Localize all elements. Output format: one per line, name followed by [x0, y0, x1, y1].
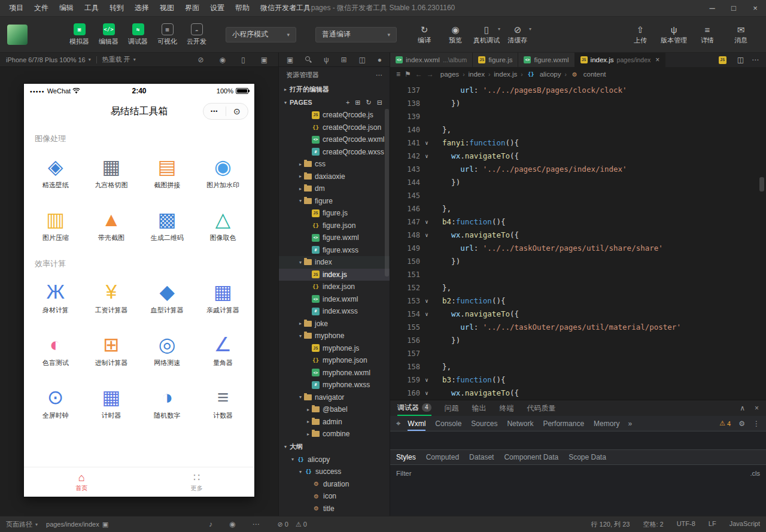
status-item[interactable]: 行 120, 列 23	[591, 520, 630, 529]
tree-folder[interactable]: ▾index	[279, 256, 390, 269]
code-line[interactable]: 148∨ wx.navigateTo({	[390, 229, 766, 242]
device-select[interactable]: iPhone 6/7/8 Plus 100% 16 ▾	[6, 56, 91, 63]
split-editor-icon[interactable]: ◫	[737, 56, 744, 64]
extensions-icon[interactable]: ⊞	[341, 56, 347, 64]
rotate-icon[interactable]: ▯	[241, 56, 245, 64]
grid-item[interactable]: Ж身材计算	[28, 270, 83, 323]
toolbar-action-button[interactable]: ψ版本管理	[658, 25, 689, 45]
editor-more-icon[interactable]: ⋯	[752, 56, 759, 64]
devtools-tab[interactable]: Performance	[543, 416, 584, 431]
debugger-tab[interactable]: 问题	[445, 400, 459, 416]
fold-icon[interactable]: ∨	[420, 308, 433, 321]
cls-button[interactable]: .cls	[750, 470, 761, 477]
code-line[interactable]: 157	[390, 347, 766, 360]
toolbar-mode-button[interactable]: ▦可视化	[154, 23, 181, 46]
capsule-more-button[interactable]: •••	[203, 108, 226, 114]
toolbar-action-button[interactable]: ⊘清缓存▾	[502, 25, 533, 45]
fold-icon[interactable]: ∨	[420, 136, 433, 150]
page-path-select[interactable]: 页面路径 ▾	[6, 520, 38, 529]
code-line[interactable]: 143 url: '../../pagesC/pages/index/index…	[390, 163, 766, 176]
menu-item[interactable]: 视图	[154, 0, 180, 16]
theme-icon[interactable]: ●	[378, 56, 382, 64]
grid-item[interactable]: ◎网络测速	[139, 323, 195, 376]
grid-item[interactable]: ¥工资计算器	[83, 270, 139, 323]
tree-file[interactable]: {}createQrcode.json	[279, 121, 390, 134]
grid-item[interactable]: ▲带壳截图	[83, 198, 139, 251]
tree-folder[interactable]: ▸dm	[279, 183, 390, 195]
tree-file[interactable]: <>index.wxml	[279, 293, 390, 306]
bookmark-icon[interactable]: ⚑	[405, 70, 411, 78]
branch-icon[interactable]: ψ	[324, 56, 329, 64]
grid-item[interactable]: ⊙全屏时钟	[28, 376, 83, 428]
outline-item[interactable]: ▾{}alicopy	[279, 454, 390, 466]
toolbar-action-button[interactable]: ▯真机调试▾	[471, 25, 502, 45]
editor-tab[interactable]: JSfigure.js	[473, 53, 518, 67]
debugger-tab[interactable]: 代码质量	[527, 400, 556, 416]
status-item[interactable]: JavaScript	[729, 520, 760, 529]
menu-item[interactable]: 文件	[29, 0, 54, 16]
code-line[interactable]: 155 url: '../../taskOuter/pages/util/mat…	[390, 321, 766, 334]
styles-panel-tab[interactable]: Computed	[426, 453, 459, 461]
code-line[interactable]: 158 },	[390, 360, 766, 373]
code-line[interactable]: 151	[390, 268, 766, 281]
problems-indicator[interactable]: ⊘ 0 ⚠ 0	[278, 521, 307, 528]
code-line[interactable]: 146 },	[390, 202, 766, 215]
tabbar-item[interactable]: ⌂首页	[24, 467, 139, 497]
fold-icon[interactable]: ∨	[420, 373, 433, 387]
outline-item[interactable]: ⚙duration	[279, 478, 390, 491]
menu-item[interactable]: 编辑	[54, 0, 79, 16]
grid-item[interactable]: ◐色盲测试	[28, 323, 83, 376]
devtools-menu-icon[interactable]: ⋮	[753, 419, 760, 428]
code-line[interactable]: 154∨ wx.navigateTo({	[390, 308, 766, 321]
grid-item[interactable]: ◑随机数字	[139, 376, 195, 428]
status-item[interactable]: UTF-8	[677, 520, 695, 529]
tree-folder[interactable]: ▸joke	[279, 318, 390, 330]
menu-item[interactable]: 项目	[4, 0, 29, 16]
editor-tab[interactable]: <>index.wxml...\album	[390, 53, 473, 67]
menu-item[interactable]: 选择	[129, 0, 154, 16]
grid-item[interactable]: ◉图片加水印	[195, 145, 251, 198]
tree-file[interactable]: JSindex.js	[279, 269, 390, 281]
sound-icon[interactable]: ♪	[209, 520, 212, 528]
tabbar-item[interactable]: ∷更多	[139, 467, 255, 497]
grid-item[interactable]: ▤截图拼接	[139, 145, 195, 198]
inspect-icon[interactable]: ⌖	[396, 416, 400, 431]
pinned-file-icon[interactable]: JS	[719, 56, 727, 64]
tree-file[interactable]: #myphone.wxss	[279, 379, 390, 391]
more-tabs-icon[interactable]: »	[628, 416, 632, 431]
tree-file[interactable]: <>createQrcode.wxml	[279, 133, 390, 146]
outline-list-icon[interactable]: ≡	[396, 70, 400, 78]
toolbar-action-button[interactable]: ◉预览	[440, 25, 471, 45]
toolbar-action-button[interactable]: ⇧上传	[625, 25, 656, 45]
devtools-tab[interactable]: Wxml	[408, 416, 425, 431]
code-editor[interactable]: 137 url: '../../pagesB/pages/clock/clock…	[390, 81, 766, 400]
grid-item[interactable]: ▦九宫格切图	[83, 145, 139, 198]
outline-section-header[interactable]: ▾大纲	[279, 440, 390, 454]
code-line[interactable]: 139	[390, 110, 766, 123]
code-line[interactable]: 138 })	[390, 97, 766, 110]
styles-panel-tab[interactable]: Component Data	[504, 453, 558, 461]
record-icon[interactable]: ◉	[220, 56, 226, 64]
tree-folder[interactable]: ▸css	[279, 158, 390, 171]
grid-item[interactable]: ▥图片压缩	[28, 198, 83, 251]
window-icon[interactable]: ◫	[358, 56, 365, 64]
breadcrumb-item[interactable]: {}alicopy	[527, 71, 561, 78]
editor-tab[interactable]: JSindex.jspages/index×	[575, 53, 666, 67]
warning-counter[interactable]: ⚠ 4	[719, 419, 731, 427]
status-item[interactable]: 空格: 2	[643, 520, 663, 529]
refresh-icon[interactable]: ↻	[366, 99, 372, 107]
code-line[interactable]: 137 url: '../../pagesB/pages/clock/clock…	[390, 84, 766, 97]
eye-icon[interactable]: ◉	[229, 520, 235, 528]
capsule-home-button[interactable]: ⊙	[226, 107, 248, 116]
search-icon[interactable]	[305, 56, 312, 63]
toolbar-mode-button[interactable]: ⇆调试器	[124, 23, 151, 46]
forward-icon[interactable]: →	[427, 70, 434, 78]
devtools-tab[interactable]: Sources	[471, 416, 497, 431]
toolbar-mode-button[interactable]: ☁云开发	[183, 23, 210, 46]
debugger-tab[interactable]: 终端	[500, 400, 514, 416]
code-line[interactable]: 142∨ wx.navigateTo({	[390, 150, 766, 163]
editor-scrollbar[interactable]	[759, 177, 764, 191]
tree-file[interactable]: #index.wxss	[279, 305, 390, 318]
minimize-button[interactable]: ─	[701, 0, 723, 16]
user-avatar[interactable]	[7, 25, 28, 45]
